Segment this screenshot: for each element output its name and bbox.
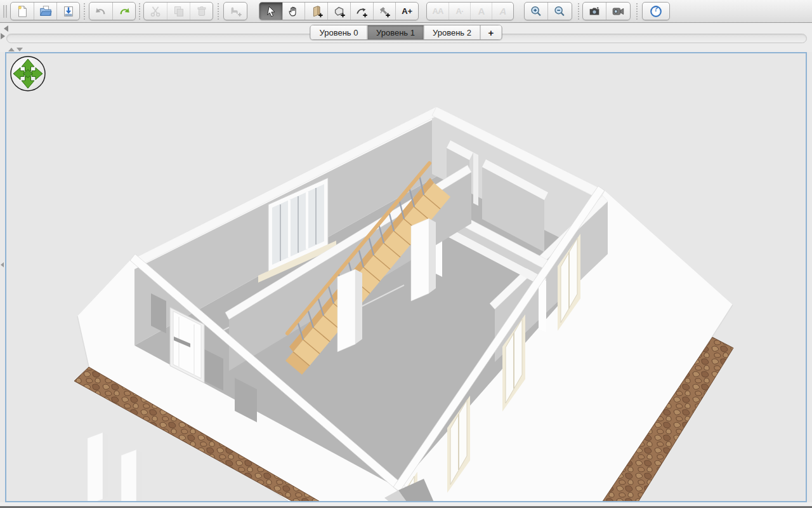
video-button[interactable] <box>606 3 629 20</box>
add-room-tool-button[interactable] <box>327 3 350 20</box>
font-bold-button[interactable]: A <box>470 3 492 20</box>
add-furniture-button[interactable] <box>224 3 247 20</box>
zoom-out-icon <box>553 4 566 18</box>
toolbar-separator <box>84 3 85 20</box>
window-bottom-edge <box>0 502 812 508</box>
add-text-tool-button[interactable]: A+ <box>395 3 418 20</box>
undo-button[interactable] <box>89 3 112 20</box>
toolbar-separator <box>578 3 579 20</box>
toolbar-group-insert <box>223 2 247 20</box>
copy-button[interactable] <box>167 3 190 20</box>
add-level-button[interactable]: + <box>480 25 502 39</box>
help-button[interactable]: ? <box>643 3 669 20</box>
spin-up-icon[interactable] <box>8 48 15 51</box>
text-tool-glyph: A+ <box>402 6 412 16</box>
camera-icon <box>587 4 601 18</box>
redo-icon <box>117 4 131 18</box>
undo-icon <box>94 4 108 18</box>
font-bold-glyph: A <box>478 6 485 17</box>
toolbar-group-format: AA A· A A <box>426 2 514 20</box>
pan-tool-button[interactable] <box>282 3 305 20</box>
cut-scissors-icon <box>148 4 162 18</box>
toolbar-separator <box>218 3 219 20</box>
splitter-handle-icon[interactable] <box>1 262 4 267</box>
open-folder-icon <box>39 4 53 18</box>
hand-icon <box>287 4 301 18</box>
scroll-left-icon[interactable] <box>4 25 8 32</box>
add-object-tool-button[interactable] <box>373 3 396 20</box>
toolbar-group-history <box>89 2 136 20</box>
help-glyph: ? <box>643 4 669 13</box>
level-tab-bar: Уровень 0 Уровень 1 Уровень 2 + <box>0 23 812 52</box>
toolbar-group-capture <box>582 2 631 20</box>
toolbar-separator <box>139 3 140 20</box>
copy-icon <box>172 4 186 18</box>
wall-plus-icon <box>310 4 324 18</box>
photo-button[interactable] <box>583 3 606 20</box>
font-size-glyph: AA <box>433 6 443 16</box>
room-plus-icon <box>332 4 346 18</box>
toolbar-group-help: ? <box>642 2 670 20</box>
main-toolbar: A+ AA A· A A <box>0 0 812 23</box>
font-italic-button[interactable]: A <box>492 3 513 20</box>
font-spacing-glyph: A· <box>456 6 464 16</box>
open-document-button[interactable] <box>34 3 56 20</box>
navigation-control[interactable] <box>11 57 45 91</box>
tab-level-0[interactable]: Уровень 0 <box>311 25 367 39</box>
camcorder-icon <box>611 4 625 18</box>
scroll-right-icon[interactable] <box>1 33 5 39</box>
toolbar-group-clipboard <box>143 2 213 20</box>
redo-button[interactable] <box>112 3 135 20</box>
trash-icon <box>195 4 209 18</box>
zoom-in-icon <box>529 4 543 18</box>
toolbar-group-tools: A+ <box>259 2 419 20</box>
toolbar-separator <box>636 3 638 20</box>
delete-button[interactable] <box>190 3 213 20</box>
save-document-button[interactable] <box>56 3 79 20</box>
toolbar-group-file <box>10 2 80 20</box>
object-plus-icon <box>377 4 391 18</box>
select-tool-button[interactable] <box>259 3 282 20</box>
add-wall-tool-button[interactable] <box>304 3 327 20</box>
cut-button[interactable] <box>144 3 167 20</box>
new-document-icon <box>15 4 29 18</box>
font-italic-glyph: A <box>500 6 506 17</box>
spin-down-icon[interactable] <box>16 48 23 51</box>
right-gutter <box>807 52 812 502</box>
toolbar-group-zoom <box>524 2 572 20</box>
cursor-icon <box>264 4 278 18</box>
font-size-button[interactable]: AA <box>427 3 449 20</box>
zoom-in-button[interactable] <box>525 3 547 20</box>
font-spacing-button[interactable]: A· <box>449 3 470 20</box>
new-document-button[interactable] <box>11 3 34 20</box>
furniture-icon <box>228 4 242 18</box>
path-plus-icon <box>355 4 369 18</box>
save-icon <box>62 4 75 18</box>
toolbar-drag-handle[interactable] <box>3 5 7 18</box>
add-path-tool-button[interactable] <box>350 3 373 20</box>
tab-level-1[interactable]: Уровень 1 <box>367 25 424 39</box>
3d-house-view[interactable] <box>6 53 806 501</box>
tab-level-2[interactable]: Уровень 2 <box>424 25 480 39</box>
left-gutter <box>0 52 5 502</box>
3d-viewport[interactable] <box>5 52 807 502</box>
zoom-out-button[interactable] <box>547 3 570 20</box>
level-tabs: Уровень 0 Уровень 1 Уровень 2 + <box>310 25 502 40</box>
